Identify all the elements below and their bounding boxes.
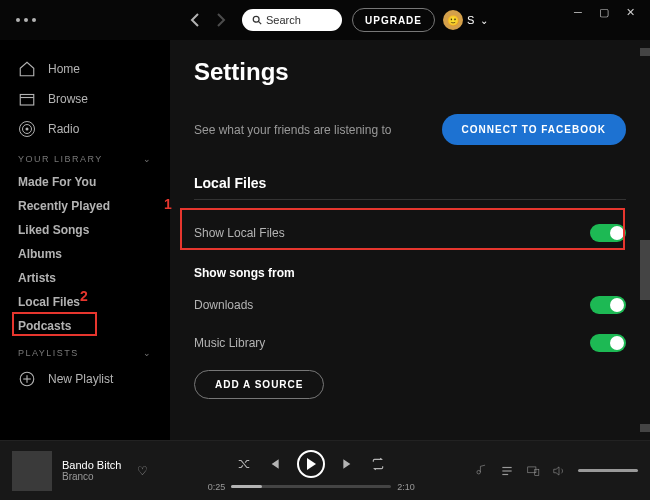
repeat-icon[interactable] — [371, 457, 385, 471]
devices-icon[interactable] — [526, 464, 540, 478]
player-bar: Bando Bitch Branco ♡ 0:25 2:10 — [0, 440, 650, 500]
radio-icon — [18, 120, 36, 138]
sidebar-section-playlists: PLAYLISTS ⌄ — [0, 338, 170, 364]
add-source-button[interactable]: ADD A SOURCE — [194, 370, 324, 399]
upgrade-button[interactable]: UPGRADE — [352, 8, 435, 32]
scrollbar-track[interactable] — [640, 40, 650, 440]
svg-point-0 — [253, 16, 259, 22]
svg-point-4 — [26, 128, 29, 131]
svg-line-1 — [259, 22, 262, 25]
queue-icon[interactable] — [500, 464, 514, 478]
sidebar-item-label: Radio — [48, 122, 79, 136]
app-menu-dots[interactable] — [16, 18, 36, 22]
time-total: 2:10 — [397, 482, 415, 492]
sidebar-item-label: New Playlist — [48, 372, 113, 386]
scroll-down-arrow[interactable] — [640, 424, 650, 432]
search-icon — [252, 15, 262, 25]
browse-icon — [18, 90, 36, 108]
setting-label: Downloads — [194, 298, 253, 312]
setting-label: Music Library — [194, 336, 265, 350]
settings-content: Settings See what your friends are liste… — [170, 40, 650, 440]
svg-rect-15 — [535, 469, 539, 475]
shuffle-icon[interactable] — [237, 457, 251, 471]
user-menu-chevron-icon[interactable]: ⌄ — [480, 15, 488, 26]
avatar[interactable]: 🙂 — [443, 10, 463, 30]
like-icon[interactable]: ♡ — [137, 464, 148, 478]
divider — [194, 199, 626, 200]
forward-button[interactable] — [212, 11, 230, 29]
scrollbar-thumb[interactable] — [640, 240, 650, 300]
close-button[interactable]: ✕ — [624, 6, 636, 18]
setting-label: Show Local Files — [194, 226, 285, 240]
progress-fill — [231, 485, 261, 488]
downloads-row: Downloads — [194, 286, 626, 324]
top-bar: Search UPGRADE 🙂 S ⌄ ─ ▢ ✕ — [0, 0, 650, 40]
sidebar-item-label: Home — [48, 62, 80, 76]
sidebar-item-podcasts[interactable]: Podcasts — [0, 314, 170, 338]
previous-icon[interactable] — [267, 457, 281, 471]
scroll-up-arrow[interactable] — [640, 48, 650, 56]
play-button[interactable] — [297, 450, 325, 478]
annotation-label-1: 1 — [164, 196, 172, 212]
connect-facebook-button[interactable]: CONNECT TO FACEBOOK — [442, 114, 626, 145]
downloads-toggle[interactable] — [590, 296, 626, 314]
sidebar-item-recently-played[interactable]: Recently Played — [0, 194, 170, 218]
progress-bar[interactable] — [231, 485, 391, 488]
now-playing-artist[interactable]: Branco — [62, 471, 121, 482]
chevron-down-icon[interactable]: ⌄ — [143, 154, 153, 164]
svg-rect-2 — [20, 95, 34, 106]
plus-circle-icon — [18, 370, 36, 388]
sidebar-item-new-playlist[interactable]: New Playlist — [0, 364, 170, 394]
sidebar-section-library: YOUR LIBRARY ⌄ — [0, 144, 170, 170]
show-songs-from-header: Show songs from — [194, 266, 626, 280]
sidebar-item-liked-songs[interactable]: Liked Songs — [0, 218, 170, 242]
next-icon[interactable] — [341, 457, 355, 471]
local-files-header: Local Files — [194, 175, 626, 191]
sidebar-item-browse[interactable]: Browse — [0, 84, 170, 114]
sidebar-item-label: Browse — [48, 92, 88, 106]
sidebar-item-artists[interactable]: Artists — [0, 266, 170, 290]
maximize-button[interactable]: ▢ — [598, 6, 610, 18]
lyrics-icon[interactable] — [474, 464, 488, 478]
sidebar: Home Browse Radio YOUR LIBRARY ⌄ Made Fo… — [0, 40, 170, 440]
album-art[interactable] — [12, 451, 52, 491]
page-title: Settings — [194, 58, 626, 86]
music-library-toggle[interactable] — [590, 334, 626, 352]
music-library-row: Music Library — [194, 324, 626, 362]
svg-point-10 — [477, 470, 481, 474]
user-initial: S — [467, 14, 474, 26]
volume-bar[interactable] — [578, 469, 638, 472]
sidebar-item-radio[interactable]: Radio — [0, 114, 170, 144]
sidebar-item-albums[interactable]: Albums — [0, 242, 170, 266]
time-current: 0:25 — [208, 482, 226, 492]
minimize-button[interactable]: ─ — [572, 6, 584, 18]
annotation-label-2: 2 — [80, 288, 88, 304]
search-placeholder: Search — [266, 14, 301, 26]
sidebar-item-home[interactable]: Home — [0, 54, 170, 84]
now-playing-title[interactable]: Bando Bitch — [62, 459, 121, 471]
show-local-files-toggle[interactable] — [590, 224, 626, 242]
home-icon — [18, 60, 36, 78]
volume-icon[interactable] — [552, 464, 566, 478]
back-button[interactable] — [186, 11, 204, 29]
friends-text: See what your friends are listening to — [194, 123, 391, 137]
show-local-files-row: Show Local Files — [194, 214, 626, 252]
sidebar-item-made-for-you[interactable]: Made For You — [0, 170, 170, 194]
search-input[interactable]: Search — [242, 9, 342, 31]
chevron-down-icon[interactable]: ⌄ — [143, 348, 153, 358]
